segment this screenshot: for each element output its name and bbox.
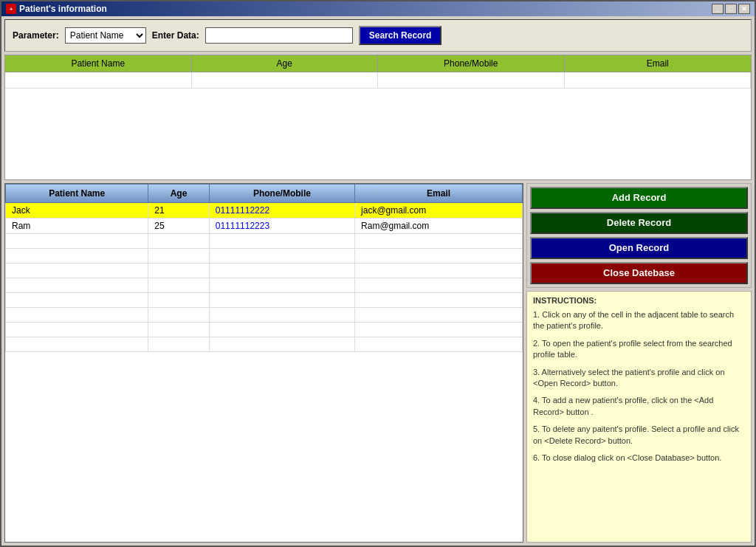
- col-header-age: Age: [148, 185, 209, 203]
- instruction-item: 1. Click on any of the cell in the adjac…: [533, 309, 745, 332]
- cell-age[interactable]: 25: [148, 219, 209, 234]
- main-content: Parameter: Patient Name Age Phone/Mobile…: [1, 16, 755, 546]
- title-bar-left: + Patient's information: [6, 4, 107, 14]
- table-empty-row: [6, 278, 523, 293]
- instructions-panel: INSTRUCTIONS: 1. Click on any of the cel…: [526, 291, 752, 543]
- open-record-button[interactable]: Open Record: [530, 237, 748, 259]
- bottom-area: Patient Name Age Phone/Mobile Email Jack…: [4, 183, 752, 543]
- instruction-item: 3. Alternatively select the patient's pr…: [533, 367, 745, 390]
- minimize-button[interactable]: _: [712, 4, 724, 14]
- table-row[interactable]: Jack2101111112222jack@gmail.com: [6, 203, 523, 219]
- instruction-item: 2. To open the patient's profile select …: [533, 338, 745, 361]
- cell-phone[interactable]: 01111112222: [209, 203, 354, 219]
- cell-email[interactable]: Ram@gmail.com: [355, 219, 523, 234]
- cell-email[interactable]: jack@gmail.com: [355, 203, 523, 219]
- add-record-button[interactable]: Add Record: [530, 187, 748, 209]
- title-buttons: _ □ ✕: [712, 4, 750, 14]
- top-col-name: Patient Name: [5, 55, 192, 72]
- right-panel: Add Record Delete Record Open Record Clo…: [526, 183, 752, 543]
- svg-text:+: +: [10, 6, 13, 13]
- instruction-item: 5. To delete any paitent's profile. Sele…: [533, 424, 745, 447]
- maximize-button[interactable]: □: [725, 4, 737, 14]
- cell-age[interactable]: 21: [148, 203, 209, 219]
- parameter-select[interactable]: Patient Name Age Phone/Mobile Email: [65, 27, 146, 44]
- action-buttons: Add Record Delete Record Open Record Clo…: [526, 183, 752, 288]
- cell-name[interactable]: Jack: [6, 203, 148, 219]
- patients-table: Patient Name Age Phone/Mobile Email Jack…: [5, 184, 523, 352]
- title-bar: + Patient's information _ □ ✕: [1, 1, 755, 16]
- table-empty-row: [6, 337, 523, 352]
- instruction-item: 4. To add a new patient's profile, click…: [533, 395, 745, 418]
- parameter-label: Parameter:: [13, 30, 59, 41]
- top-table-header: Patient Name Age Phone/Mobile Email: [5, 55, 751, 72]
- enter-data-label: Enter Data:: [152, 30, 199, 41]
- table-empty-row: [6, 264, 523, 278]
- instruction-item: 6. To close dialog click on <Close Datab…: [533, 453, 745, 464]
- window-title: Patient's information: [19, 4, 107, 14]
- main-window: + Patient's information _ □ ✕ Parameter:…: [0, 0, 756, 547]
- table-empty-row: [6, 308, 523, 323]
- cell-phone[interactable]: 01111112223: [209, 219, 354, 234]
- top-empty-row: [5, 72, 751, 89]
- delete-record-button[interactable]: Delete Record: [530, 212, 748, 234]
- top-col-email: Email: [565, 55, 752, 72]
- table-empty-row: [6, 234, 523, 249]
- table-header-row: Patient Name Age Phone/Mobile Email: [6, 185, 523, 203]
- col-header-name: Patient Name: [6, 185, 148, 203]
- col-header-email: Email: [355, 185, 523, 203]
- close-database-button[interactable]: Close Datebase: [530, 262, 748, 284]
- top-col-phone: Phone/Mobile: [378, 55, 565, 72]
- top-col-age: Age: [192, 55, 379, 72]
- main-table-wrapper: Patient Name Age Phone/Mobile Email Jack…: [4, 183, 523, 543]
- app-icon: +: [6, 4, 16, 14]
- table-empty-row: [6, 293, 523, 308]
- search-record-button[interactable]: Search Record: [359, 26, 442, 45]
- col-header-phone: Phone/Mobile: [209, 185, 354, 203]
- cell-name[interactable]: Ram: [6, 219, 148, 234]
- table-empty-row: [6, 323, 523, 337]
- table-row[interactable]: Ram2501111112223Ram@gmail.com: [6, 219, 523, 234]
- table-empty-row: [6, 249, 523, 264]
- close-button[interactable]: ✕: [738, 4, 750, 14]
- top-results-table: Patient Name Age Phone/Mobile Email: [4, 55, 752, 180]
- search-bar: Parameter: Patient Name Age Phone/Mobile…: [4, 19, 752, 52]
- instructions-title: INSTRUCTIONS:: [533, 296, 745, 305]
- search-input[interactable]: [205, 27, 353, 44]
